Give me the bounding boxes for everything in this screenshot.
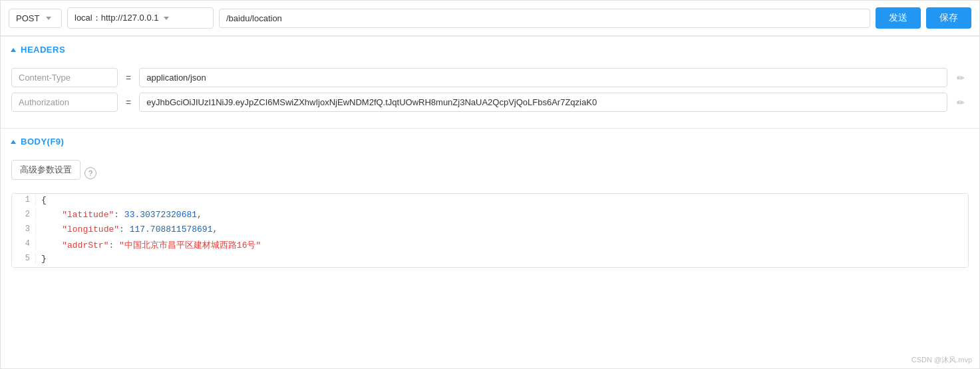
- headers-section-title: HEADERS: [21, 45, 65, 55]
- json-key: "longitude": [62, 224, 119, 234]
- body-section-header[interactable]: BODY(F9): [1, 129, 979, 155]
- top-bar: POST local：http://127.0.0.1 发送 保存: [1, 1, 979, 36]
- help-icon[interactable]: ?: [84, 167, 96, 179]
- body-chevron-icon: [11, 140, 16, 144]
- body-section: BODY(F9) 高级参数设置 ? 1 { 2 "latitude": 33.3…: [1, 128, 979, 278]
- headers-section-body: = ✏ = ✏: [1, 63, 979, 128]
- url-base-select[interactable]: local：http://127.0.0.1: [67, 7, 214, 29]
- equals-sign: =: [123, 73, 134, 83]
- method-chevron-icon: [46, 17, 51, 20]
- brace: }: [41, 254, 47, 264]
- method-select[interactable]: POST: [9, 9, 62, 28]
- json-value: 117.708811578691: [130, 224, 213, 234]
- body-content: 高级参数设置 ? 1 { 2 "latitude": 33.3037232068…: [1, 155, 979, 278]
- colon: :: [108, 240, 119, 250]
- json-value: 33.30372320681: [124, 210, 197, 220]
- code-line: 1 {: [12, 194, 968, 208]
- code-line-active: 5 }: [12, 252, 968, 267]
- headers-chevron-icon: [11, 48, 16, 52]
- url-path-input[interactable]: [219, 9, 870, 28]
- watermark: CSDN @沐风.mvp: [911, 355, 972, 365]
- comma: ,: [212, 224, 218, 234]
- code-line: 2 "latitude": 33.30372320681,: [12, 208, 968, 223]
- header-value-authorization[interactable]: [139, 93, 947, 112]
- line-content: "longitude": 117.708811578691,: [36, 223, 968, 236]
- json-key: "latitude": [62, 210, 114, 220]
- line-content: }: [36, 252, 968, 265]
- header-key-content-type[interactable]: [11, 68, 118, 87]
- save-button[interactable]: 保存: [926, 7, 971, 29]
- code-line: 3 "longitude": 117.708811578691,: [12, 223, 968, 238]
- header-value-content-type[interactable]: [139, 68, 947, 87]
- code-line: 4 "addrStr": "中国北京市昌平区建材城西路16号": [12, 238, 968, 252]
- headers-section-header[interactable]: HEADERS: [1, 37, 979, 63]
- advanced-params-button[interactable]: 高级参数设置: [11, 160, 81, 180]
- line-number: 2: [12, 208, 36, 220]
- colon: :: [119, 224, 130, 234]
- line-content: "addrStr": "中国北京市昌平区建材城西路16号": [36, 238, 968, 252]
- line-content: "latitude": 33.30372320681,: [36, 208, 968, 221]
- json-value: "中国北京市昌平区建材城西路16号": [119, 240, 261, 250]
- body-section-title: BODY(F9): [21, 137, 64, 147]
- brace: {: [41, 195, 47, 205]
- line-number: 3: [12, 223, 36, 235]
- header-key-authorization[interactable]: [11, 93, 118, 112]
- line-number: 4: [12, 238, 36, 250]
- header-row: = ✏: [11, 68, 969, 87]
- send-button[interactable]: 发送: [876, 7, 921, 29]
- headers-section: HEADERS = ✏ = ✏: [1, 36, 979, 128]
- code-editor[interactable]: 1 { 2 "latitude": 33.30372320681, 3 "lon…: [11, 193, 969, 268]
- edit-icon-authorization[interactable]: ✏: [953, 96, 969, 109]
- line-content: {: [36, 194, 968, 206]
- comma: ,: [197, 210, 202, 220]
- line-number: 5: [12, 252, 36, 264]
- line-number: 1: [12, 194, 36, 206]
- json-key: "addrStr": [62, 240, 108, 250]
- url-base-chevron-icon: [164, 17, 169, 20]
- method-label: POST: [16, 13, 39, 23]
- header-row: = ✏: [11, 93, 969, 112]
- equals-sign: =: [123, 97, 134, 108]
- url-base-text: local：http://127.0.0.1: [75, 12, 158, 24]
- edit-icon-content-type[interactable]: ✏: [953, 71, 969, 85]
- colon: :: [114, 210, 124, 220]
